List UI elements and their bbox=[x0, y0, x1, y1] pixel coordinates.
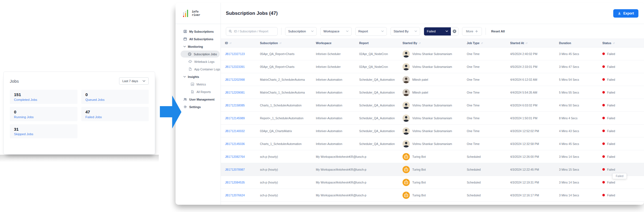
table-row[interactable]: JB1712078987 sch-p (hourly) My Workspace… bbox=[221, 163, 644, 176]
stat-label: Running Jobs bbox=[14, 115, 73, 119]
stat-tile-completed: 151 Completed Jobs bbox=[10, 90, 77, 104]
sort-icon[interactable]: ↓↑ bbox=[419, 42, 421, 44]
sort-icon[interactable]: ↓↑ bbox=[525, 42, 527, 44]
job-type-cell: One Time bbox=[467, 116, 510, 120]
status-cell: Failed bbox=[602, 129, 644, 133]
started-at-cell: 4/3/2024 12:16:17 PM bbox=[510, 194, 559, 197]
sidebar-item-all-subscriptions[interactable]: All Subscriptions bbox=[176, 35, 221, 43]
sidebar-item-subscription-jobs[interactable]: Subscription Jobs bbox=[181, 51, 220, 58]
started-by-cell: Turing Bot bbox=[402, 153, 467, 160]
report-cell: Scheduler_QA_Automation bbox=[359, 142, 402, 146]
status-cell: Failed bbox=[602, 78, 644, 81]
more-filters-button[interactable]: More bbox=[462, 27, 482, 36]
table-row[interactable]: JB1712145989 Report+_1_SchedulerAutomati… bbox=[221, 112, 644, 125]
table-row[interactable]: JB1712084535 sch-p (hourly) My Workspace… bbox=[221, 176, 644, 189]
sidebar-item-my-subscriptions[interactable]: My Subscriptions bbox=[176, 28, 221, 35]
column-header-status[interactable]: Status↓↑ bbox=[602, 41, 644, 45]
user-avatar bbox=[402, 115, 410, 122]
started-by-name: Turing Bot bbox=[412, 194, 426, 197]
status-cell: Failed bbox=[602, 52, 644, 56]
started-by-filter-dropdown[interactable]: Started By bbox=[390, 27, 420, 36]
export-button[interactable]: Export bbox=[613, 9, 638, 18]
robot-avatar-icon bbox=[402, 153, 410, 160]
gear-icon bbox=[183, 105, 187, 109]
job-id-link[interactable]: JB1712140032 bbox=[225, 129, 245, 133]
sidebar-item-user-management[interactable]: User Management bbox=[176, 96, 221, 103]
job-id-link[interactable]: JB1712145036 bbox=[225, 142, 245, 146]
status-label: Failed bbox=[607, 155, 615, 158]
subscription-cell: sch-p (hourly) bbox=[260, 155, 316, 158]
status-cell: Failed bbox=[602, 142, 644, 146]
stat-tile-skipped: 31 Skipped Jobs bbox=[10, 124, 77, 139]
status-filter-value[interactable]: Failed bbox=[424, 27, 451, 35]
job-id-link[interactable]: JB1712158085 bbox=[225, 104, 245, 107]
report-cell: 02Apr_QA_NodeCron bbox=[359, 52, 402, 56]
started-by-name: Vishnu Shankar Subramaniam bbox=[412, 142, 452, 146]
table-row[interactable]: JB1712209081 MatrixCharts_1_SchedulerAut… bbox=[221, 86, 644, 99]
search-input[interactable] bbox=[234, 30, 275, 33]
sidebar-item-metrics[interactable]: Metrics bbox=[176, 80, 221, 88]
job-type-cell: One Time bbox=[467, 65, 510, 68]
reset-all-link[interactable]: Reset All bbox=[491, 30, 505, 33]
status-dot-icon bbox=[602, 65, 605, 68]
stat-tile-running: 0 Running Jobs bbox=[10, 107, 77, 121]
started-by-name: Vishnu Shankar Subramaniam bbox=[412, 52, 452, 56]
sidebar-item-all-reports[interactable]: All Reports bbox=[176, 88, 221, 96]
sort-icon[interactable]: ↓↑ bbox=[613, 42, 615, 44]
status-filter-label: Failed bbox=[427, 30, 435, 33]
workspace-filter-dropdown[interactable]: Workspace bbox=[320, 27, 352, 36]
workspace-cell: Inforiver-Automation bbox=[316, 78, 359, 81]
table-row[interactable]: JB1712323391 05Apr_QA_Report+Charts Info… bbox=[221, 60, 644, 73]
duration-cell: 5 Mins 54 Secs bbox=[559, 78, 602, 81]
sort-icon[interactable]: ↓↑ bbox=[279, 42, 281, 44]
subscription-cell: Charts_1_SchedulerAutomation bbox=[260, 104, 316, 107]
sort-icon[interactable]: ↓↑ bbox=[229, 42, 231, 44]
job-id-link[interactable]: JB1712078987 bbox=[225, 168, 245, 171]
period-selector[interactable]: Last 7 days bbox=[119, 77, 149, 85]
plus-icon bbox=[475, 30, 478, 33]
user-avatar bbox=[402, 166, 410, 173]
status-filter-active[interactable]: Failed bbox=[424, 27, 458, 36]
duration-cell: 3 Mins 47 Secs bbox=[559, 65, 602, 68]
started-by-cell: Turing Bot bbox=[402, 192, 467, 199]
sidebar-group-label: Insights bbox=[188, 75, 199, 78]
duration-cell: 4 Mins 50 Secs bbox=[559, 104, 602, 107]
report-cell: sch-p bbox=[359, 194, 402, 197]
table-row[interactable]: JB1712327123 05Apr_QA_Report+Charts Info… bbox=[221, 47, 644, 60]
job-id-link[interactable]: JB1712209081 bbox=[225, 91, 245, 94]
job-id-link[interactable]: JB1712323391 bbox=[225, 65, 245, 68]
column-header-subscription[interactable]: Subscription↓↑ bbox=[260, 41, 316, 45]
sort-icon[interactable]: ↓↑ bbox=[481, 42, 483, 44]
sidebar-item-settings[interactable]: Settings bbox=[176, 103, 221, 111]
chevron-down-icon bbox=[415, 30, 417, 32]
job-id-link[interactable]: JB1712202998 bbox=[225, 78, 245, 81]
column-header-started-at[interactable]: Started At↓↑ bbox=[510, 41, 559, 45]
table-row[interactable]: JB1712158085 Charts_1_SchedulerAutomatio… bbox=[221, 99, 644, 112]
report-filter-dropdown[interactable]: Report bbox=[355, 27, 387, 36]
workspace-cell: Inforiver-Automation bbox=[316, 129, 359, 133]
clear-filter-button[interactable] bbox=[451, 27, 458, 35]
sidebar-item-writeback-logs[interactable]: Writeback Logs bbox=[176, 58, 221, 65]
job-id-link[interactable]: JB1712082764 bbox=[225, 155, 245, 158]
users-icon bbox=[183, 97, 187, 101]
column-header-job-type[interactable]: Job Type↓↑ bbox=[467, 41, 510, 45]
job-id-link[interactable]: JB1712084535 bbox=[225, 181, 245, 184]
table-row[interactable]: JB1712140032 03Apr_QA_ChartsMatrix Infor… bbox=[221, 125, 644, 137]
table-row[interactable]: JB1712202998 MatrixCharts_2_SchedulerAut… bbox=[221, 73, 644, 86]
duration-cell: 3 Mins 15 Secs bbox=[559, 168, 602, 171]
dropdown-label: Started By bbox=[394, 30, 409, 33]
table-row[interactable]: JB1712145036 Charts_1_SchedulerAutomatio… bbox=[221, 137, 644, 150]
subscription-filter-dropdown[interactable]: Subscription bbox=[285, 27, 317, 36]
subscription-cell: sch-p (hourly) bbox=[260, 181, 316, 184]
sidebar-group-monitoring[interactable]: Monitoring bbox=[176, 43, 221, 50]
chevron-down-icon bbox=[346, 30, 349, 32]
table-row[interactable]: JB1712082764 sch-p (hourly) My Workspace… bbox=[221, 150, 644, 163]
table-row[interactable]: JB1712076624 sch-p (hourly) My Workspace… bbox=[221, 189, 644, 202]
sidebar-item-app-container-logs[interactable]: App Container Logs bbox=[176, 65, 221, 73]
job-id-link[interactable]: JB1712145989 bbox=[225, 116, 245, 120]
column-header-started-by[interactable]: Started By↓↑ bbox=[402, 41, 467, 45]
job-id-link[interactable]: JB1712327123 bbox=[225, 52, 245, 56]
column-header-id[interactable]: ID↓↑ bbox=[225, 41, 260, 45]
sidebar-group-insights[interactable]: Insights bbox=[176, 73, 221, 80]
job-id-link[interactable]: JB1712076624 bbox=[225, 194, 245, 197]
